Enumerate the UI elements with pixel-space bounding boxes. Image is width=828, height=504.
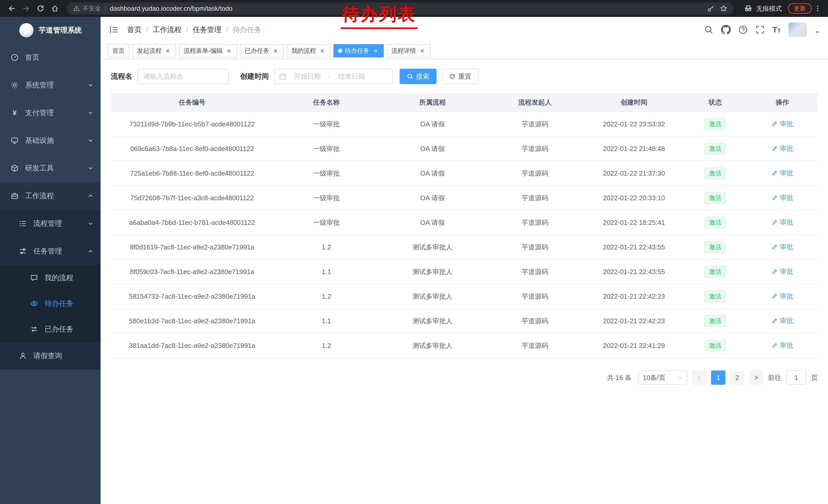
sidebar-item-label: 已办任务: [45, 324, 73, 334]
process-name-input[interactable]: [137, 69, 229, 84]
select-caret-down-icon: [678, 375, 683, 380]
process-cell: 测试多审批人: [379, 235, 485, 260]
browser-forward-icon[interactable]: [19, 2, 33, 15]
edit-pen-icon: [772, 342, 778, 349]
approve-link[interactable]: 审批: [772, 218, 793, 227]
tab-close-icon[interactable]: ×: [225, 47, 233, 54]
next-page-button[interactable]: [749, 370, 763, 385]
status-cell: 激活: [683, 260, 747, 284]
approve-link[interactable]: 审批: [772, 193, 793, 202]
font-size-icon[interactable]: TT: [772, 26, 781, 34]
reset-button[interactable]: 重置: [442, 69, 479, 84]
create-time-label: 创建时间: [240, 72, 269, 81]
tab-close-icon[interactable]: ×: [419, 47, 426, 54]
bookmark-star-icon[interactable]: [720, 5, 728, 12]
initiator-cell: 芋道源码: [486, 284, 585, 309]
tab-item[interactable]: 我的流程×: [287, 44, 330, 57]
breadcrumb-workflow[interactable]: 工作流程: [153, 25, 181, 35]
prev-page-button[interactable]: [692, 370, 706, 385]
avatar-caret-down-icon[interactable]: [815, 30, 820, 35]
sidebar-item-label: 流程管理: [33, 219, 62, 228]
edit-pen-icon: [772, 293, 778, 299]
page-size-select[interactable]: 10条/页: [638, 370, 688, 385]
breadcrumb: 首页 / 工作流程 / 任务管理 / 待办任务: [127, 25, 261, 35]
approve-link[interactable]: 审批: [772, 341, 793, 350]
help-icon[interactable]: [739, 25, 748, 34]
tab-close-icon[interactable]: ×: [164, 47, 171, 54]
page-button-2[interactable]: 2: [730, 370, 744, 385]
table-row: 069c6a63-7b8a-11ec-8ef0-acde48001122一级审批…: [111, 136, 818, 161]
fullscreen-icon[interactable]: [755, 25, 764, 34]
sidebar-item-label: 任务管理: [33, 246, 62, 256]
sidebar-item-payment[interactable]: ¥ 支付管理: [0, 99, 100, 127]
approve-link[interactable]: 审批: [772, 292, 793, 301]
annotation-text: 待办列表: [341, 3, 418, 29]
sidebar-item-devtools[interactable]: 研发工具: [0, 154, 100, 182]
tab-item[interactable]: 待办任务×: [333, 44, 384, 57]
page-button-1[interactable]: 1: [711, 370, 726, 385]
tab-close-icon[interactable]: ×: [272, 47, 279, 54]
tab-close-icon[interactable]: ×: [319, 47, 326, 54]
start-date-input[interactable]: [288, 73, 326, 81]
breadcrumb-home[interactable]: 首页: [127, 25, 141, 35]
search-icon[interactable]: [704, 25, 713, 34]
approve-link-label: 审批: [780, 193, 793, 202]
tab-item[interactable]: 已办任务×: [240, 44, 284, 57]
sidebar-item-infrastructure[interactable]: 基础设施: [0, 127, 100, 154]
action-cell: 审批: [747, 210, 818, 235]
browser-reload-icon[interactable]: [34, 2, 47, 15]
sidebar-item-workflow[interactable]: 工作流程: [0, 182, 100, 210]
approve-link-label: 审批: [780, 242, 793, 251]
breadcrumb-task-mgmt[interactable]: 任务管理: [193, 25, 222, 35]
approve-link[interactable]: 审批: [772, 316, 793, 325]
tab-item[interactable]: 发起流程×: [132, 44, 176, 57]
tab-item[interactable]: 流程详情×: [387, 44, 430, 57]
goto-page-input[interactable]: [786, 370, 806, 385]
end-date-input[interactable]: [333, 73, 371, 81]
approve-link[interactable]: 审批: [772, 169, 793, 178]
table-row: 8f0d1619-7ac8-11ec-a9e2-a2380e71991a1.2测…: [111, 235, 818, 260]
tab-item[interactable]: 首页: [108, 44, 129, 57]
process-name-label: 流程名: [111, 72, 132, 81]
sidebar-item-process-mgmt[interactable]: 流程管理: [0, 210, 100, 237]
approve-link[interactable]: 审批: [772, 242, 793, 251]
table-row: 75d72608-7b7f-11ec-a3c8-acde48001122一级审批…: [111, 186, 818, 210]
sidebar-item-system[interactable]: 系统管理: [0, 71, 100, 99]
approve-link[interactable]: 审批: [772, 120, 793, 129]
date-range-picker[interactable]: -: [274, 69, 393, 84]
app-title: 芋道管理系统: [39, 26, 82, 35]
github-icon[interactable]: [721, 25, 731, 35]
tab-close-icon[interactable]: ×: [372, 47, 379, 54]
chat-bubble-icon: [30, 274, 38, 282]
sidebar-item-my-process[interactable]: 我的流程: [0, 265, 100, 291]
sidebar-item-task-mgmt[interactable]: 任务管理: [0, 237, 100, 265]
approve-link[interactable]: 审批: [772, 144, 793, 153]
create-time-cell: 2022-01-22 20:33:10: [584, 186, 683, 210]
sidebar-item-todo-tasks[interactable]: 待办任务: [0, 291, 100, 316]
process-cell: OA 请假: [379, 161, 485, 186]
sidebar-item-done-tasks[interactable]: 已办任务: [0, 316, 100, 342]
not-secure-warning[interactable]: 不安全: [73, 4, 101, 12]
sidebar-item-home[interactable]: 首页: [0, 44, 100, 71]
tab-item[interactable]: 流程表单-编辑×: [179, 44, 237, 57]
sidebar-collapse-icon[interactable]: [109, 25, 119, 35]
briefcase-icon: [10, 192, 19, 200]
browser-menu-icon[interactable]: [813, 5, 823, 12]
sidebar-item-leave-query[interactable]: 请假查询: [0, 342, 100, 370]
action-cell: 审批: [747, 284, 818, 309]
browser-back-icon[interactable]: [5, 2, 18, 15]
approve-link[interactable]: 审批: [772, 267, 793, 276]
user-avatar[interactable]: [788, 22, 807, 37]
incognito-icon: [744, 4, 753, 13]
initiator-cell: 芋道源码: [486, 210, 585, 235]
gear-icon: [10, 81, 19, 89]
top-navbar: 首页 / 工作流程 / 任务管理 / 待办任务 TT: [100, 17, 828, 43]
status-badge: 激活: [704, 315, 726, 327]
search-button[interactable]: 搜索: [400, 69, 437, 84]
monitor-icon: [10, 137, 19, 144]
browser-update-button[interactable]: 更新: [788, 3, 812, 13]
refresh-icon: [449, 73, 456, 80]
sidebar-item-label: 研发工具: [25, 163, 54, 173]
browser-home-icon[interactable]: [48, 2, 61, 15]
password-key-icon[interactable]: [707, 5, 715, 12]
